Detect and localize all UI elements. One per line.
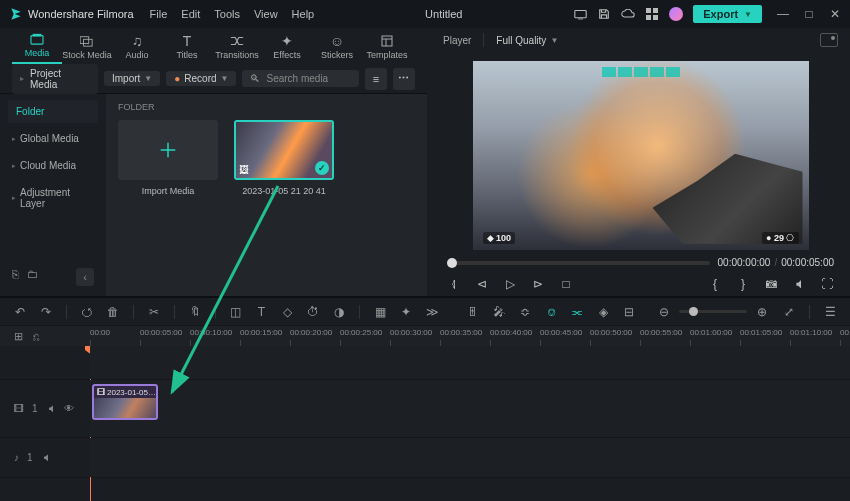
audio-sync-icon[interactable]: ≎	[519, 305, 531, 319]
titles-icon: T	[183, 34, 192, 48]
text-tool-icon[interactable]: T	[255, 305, 267, 319]
more-button[interactable]: ⋯	[393, 68, 415, 90]
menu-view[interactable]: View	[254, 8, 278, 20]
audio-track-body[interactable]	[90, 438, 850, 477]
tab-stock-media[interactable]: Stock Media	[62, 34, 112, 64]
zoom-slider[interactable]	[679, 310, 747, 313]
crop-icon[interactable]: ◫	[229, 305, 241, 319]
keyframe-icon[interactable]: ◇	[281, 305, 293, 319]
track-view-icon[interactable]: ☰	[824, 305, 836, 319]
new-bin-icon[interactable]: ⎘	[12, 268, 19, 286]
seek-handle[interactable]	[447, 258, 457, 268]
export-button[interactable]: Export ▼	[693, 5, 762, 23]
timeline-ruler[interactable]: ⊞ ⎌ 00:0000:00:05:0000:00:10:0000:00:15:…	[0, 326, 850, 346]
menu-help[interactable]: Help	[292, 8, 315, 20]
step-back-icon[interactable]: ⊲	[475, 277, 489, 291]
mixer-icon[interactable]: 🎚︎	[467, 305, 479, 319]
maximize-button[interactable]: □	[802, 7, 816, 21]
zoom-out-icon[interactable]: ⊖	[657, 305, 671, 319]
stickers-icon: ☺	[330, 34, 344, 48]
mark-in-icon[interactable]: {	[708, 277, 722, 291]
tab-templates[interactable]: Templates	[362, 34, 412, 64]
video-track-body[interactable]: 🎞︎2023-01-05…	[90, 380, 850, 437]
color-icon[interactable]: ◑	[333, 305, 345, 319]
undo-icon[interactable]: ↶	[14, 305, 26, 319]
menu-edit[interactable]: Edit	[181, 8, 200, 20]
tab-media[interactable]: Media	[12, 32, 62, 64]
mark-out-icon[interactable]: }	[736, 277, 750, 291]
zoom-handle[interactable]	[689, 307, 698, 316]
media-panel: Media Stock Media ♫Audio TTitles Transit…	[0, 28, 427, 296]
stop-icon[interactable]: □	[559, 277, 573, 291]
ruler-tick: 00:00:35:00	[440, 328, 482, 337]
svg-rect-4	[646, 15, 651, 20]
tab-titles[interactable]: TTitles	[162, 34, 212, 64]
source-tabs: Media Stock Media ♫Audio TTitles Transit…	[0, 28, 427, 64]
export-label: Export	[703, 8, 738, 20]
collapse-icon[interactable]: ‹	[76, 268, 94, 286]
snapshot-icon[interactable]	[820, 33, 838, 47]
track-options-icon[interactable]: ⎌	[33, 330, 40, 342]
timeline-clip[interactable]: 🎞︎2023-01-05…	[92, 384, 158, 420]
play-icon[interactable]: ▷	[503, 277, 517, 291]
render-icon[interactable]: ▦	[374, 305, 386, 319]
search-icon: 🔍︎	[250, 73, 260, 84]
voiceover-icon[interactable]: 🎤︎	[493, 305, 505, 319]
magnet-icon[interactable]: ⎊	[545, 305, 557, 319]
effects-toggle-icon[interactable]: ✦	[400, 305, 412, 319]
camera-icon[interactable]: 📷︎	[764, 277, 778, 291]
zoom-fit-icon[interactable]: ⤢	[783, 305, 795, 319]
new-folder-icon[interactable]: 🗀	[27, 268, 38, 286]
zoom-in-icon[interactable]: ⊕	[755, 305, 769, 319]
close-button[interactable]: ✕	[828, 7, 842, 21]
marker2-icon[interactable]: ◈	[597, 305, 609, 319]
tab-audio[interactable]: ♫Audio	[112, 34, 162, 64]
cloud-icon[interactable]	[621, 7, 635, 21]
record-dropdown[interactable]: ●Record▼	[166, 71, 236, 86]
adjust-icon[interactable]: ⊟	[623, 305, 635, 319]
grid-icon[interactable]	[645, 7, 659, 21]
project-media-label[interactable]: ▸Project Media	[12, 64, 98, 94]
arrow-tool-icon[interactable]: ≫	[426, 305, 439, 319]
volume-icon[interactable]: 🔈︎	[792, 277, 806, 291]
media-clip[interactable]: 🖼 ✓ 2023-01-05 21 20 41	[234, 120, 334, 196]
menu-file[interactable]: File	[150, 8, 168, 20]
tab-transitions[interactable]: Transitions	[212, 34, 262, 64]
video-frame[interactable]: ◆ 100 ● 29 ⎔	[473, 61, 809, 250]
split-icon[interactable]: ✂︎	[148, 305, 160, 319]
avatar[interactable]	[669, 7, 683, 21]
pointer-icon[interactable]: ⭯	[81, 305, 93, 319]
visibility-icon[interactable]: 👁︎	[64, 403, 74, 414]
minimize-button[interactable]: ―	[776, 7, 790, 21]
search-input[interactable]: 🔍︎Search media	[242, 70, 359, 87]
sidebar-adjustment-layer[interactable]: ▸Adjustment Layer	[8, 181, 98, 215]
link-icon[interactable]: ⫘	[571, 305, 583, 319]
save-icon[interactable]	[597, 7, 611, 21]
transitions-icon	[230, 34, 244, 48]
import-dropdown[interactable]: Import▼	[104, 71, 160, 86]
step-fwd-icon[interactable]: ⊳	[531, 277, 545, 291]
tab-stickers[interactable]: ☺Stickers	[312, 34, 362, 64]
tab-effects[interactable]: ✦Effects	[262, 34, 312, 64]
menu-tools[interactable]: Tools	[214, 8, 240, 20]
app-name: Wondershare Filmora	[28, 8, 134, 20]
sidebar-folder[interactable]: Folder	[8, 100, 98, 123]
track-manage-icon[interactable]: ⊞	[14, 330, 23, 343]
fullscreen-icon[interactable]: ⛶	[820, 277, 834, 291]
player-tab[interactable]: Player	[443, 35, 471, 46]
sort-button[interactable]: ≡	[365, 68, 387, 90]
import-media-card[interactable]: Import Media	[118, 120, 218, 196]
mute-icon[interactable]: 🔈︎	[41, 452, 51, 463]
prev-frame-icon[interactable]: ⦉	[447, 277, 461, 291]
mute-icon[interactable]: 🔈︎	[46, 403, 56, 414]
redo-icon[interactable]: ↷	[40, 305, 52, 319]
app-logo-icon	[8, 6, 24, 22]
sidebar-cloud-media[interactable]: ▸Cloud Media	[8, 154, 98, 177]
quality-dropdown[interactable]: Full Quality ▼	[496, 35, 558, 46]
sidebar-global-media[interactable]: ▸Global Media	[8, 127, 98, 150]
device-icon[interactable]	[573, 7, 587, 21]
marker-icon[interactable]: 🔖︎	[189, 305, 201, 319]
seek-bar[interactable]	[447, 261, 710, 265]
speed-icon[interactable]: ⏱︎	[307, 305, 319, 319]
delete-icon[interactable]: 🗑︎	[107, 305, 119, 319]
